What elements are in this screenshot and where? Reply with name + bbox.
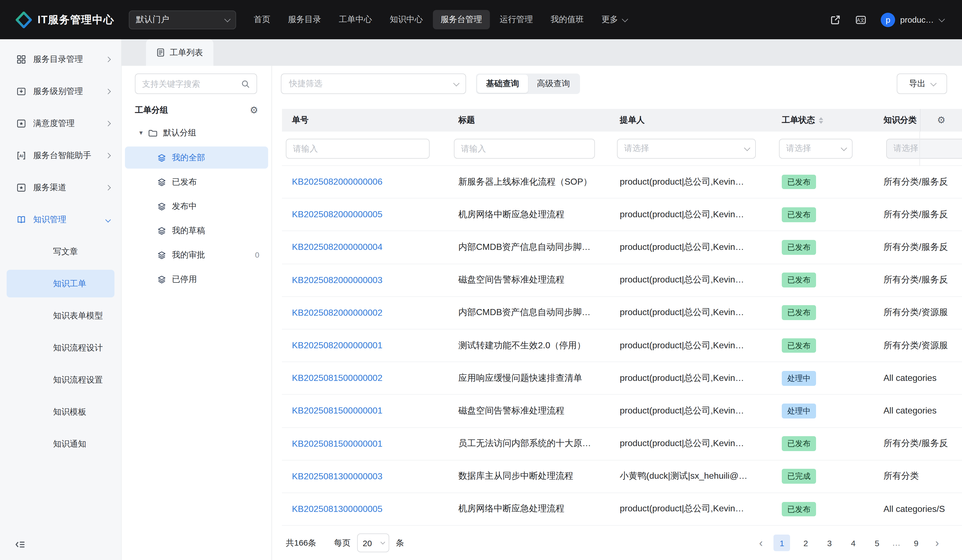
prev-page-icon[interactable]: ‹	[755, 537, 767, 549]
sidebar-subitem-知识通知[interactable]: 知识通知	[6, 430, 115, 458]
tree-item-已发布[interactable]: 已发布	[125, 171, 268, 193]
ticket-id-link[interactable]: KB2025081500000002	[282, 373, 442, 383]
page-number-4[interactable]: 4	[845, 534, 862, 551]
pager: ‹ 12345...9 ›	[755, 534, 943, 551]
svg-text:A文: A文	[857, 17, 865, 23]
status-badge: 已发布	[782, 338, 816, 353]
chevron-right-icon	[105, 153, 111, 158]
layers-icon	[157, 153, 166, 162]
sort-icon[interactable]	[819, 117, 823, 124]
tree-item-我的草稿[interactable]: 我的草稿	[125, 219, 268, 242]
filter-cell: 请选择	[604, 139, 766, 158]
user-menu[interactable]: p produc…	[881, 13, 943, 27]
page-number-1[interactable]: 1	[774, 534, 790, 551]
tree-item-发布中[interactable]: 发布中	[125, 195, 268, 217]
tree-item-label: 我的草稿	[172, 225, 205, 236]
tree-root-default-group[interactable]: ▾ 默认分组	[122, 126, 271, 140]
chevron-right-icon	[105, 89, 111, 94]
nav-item-首页[interactable]: 首页	[246, 10, 278, 29]
submitter-cell: product(product|总公司,Kevin…	[604, 372, 766, 384]
ticket-id-link[interactable]: KB2025082000000003	[282, 275, 442, 285]
tree-item-我的审批[interactable]: 我的审批0	[125, 244, 268, 266]
translate-icon[interactable]: A文	[855, 14, 866, 25]
basic-query-button[interactable]: 基础查询	[477, 75, 528, 93]
column-filter-select[interactable]: 请选择	[779, 139, 852, 158]
star-box-icon	[16, 183, 26, 192]
status-cell: 已发布	[766, 207, 867, 222]
quick-filter-select[interactable]: 快捷筛选	[281, 74, 466, 94]
sidebar-item-服务级别管理[interactable]: 服务级别管理	[0, 77, 121, 105]
sidebar-subitem-知识表单模型[interactable]: 知识表单模型	[6, 302, 115, 329]
sidebar-item-服务目录管理[interactable]: 服务目录管理	[0, 45, 121, 73]
nav-item-知识中心[interactable]: 知识中心	[382, 10, 431, 29]
nav-item-运行管理[interactable]: 运行管理	[492, 10, 541, 29]
column-title: 知识分类	[883, 115, 917, 126]
ticket-id-link[interactable]: KB2025082000000005	[282, 210, 442, 220]
next-page-icon[interactable]: ›	[931, 537, 943, 549]
top-nav-menu: 首页服务目录工单中心知识中心服务台管理运行管理我的值班更多	[245, 10, 635, 29]
group-search-input[interactable]	[142, 79, 241, 89]
search-icon[interactable]	[241, 79, 250, 88]
sidebar-subitem-知识工单[interactable]: 知识工单	[6, 270, 115, 297]
status-cell: 已发布	[766, 502, 867, 516]
per-page-suffix: 条	[396, 537, 404, 548]
advanced-query-button[interactable]: 高级查询	[528, 75, 579, 93]
table-row: KB2025082000000006新服务器上线标准化流程（SOP）produc…	[282, 166, 962, 199]
sidebar-item-知识管理[interactable]: 知识管理	[0, 206, 121, 233]
total-count: 共166条	[286, 537, 316, 548]
filter-text-input[interactable]	[293, 144, 422, 153]
sidebar-item-服务台智能助手[interactable]: AI服务台智能助手	[0, 142, 121, 169]
sidebar-subitem-写文章[interactable]: 写文章	[6, 238, 115, 265]
export-button[interactable]: 导出	[897, 74, 947, 94]
tree-item-已停用[interactable]: 已停用	[125, 268, 268, 290]
page-number-3[interactable]: 3	[821, 534, 838, 551]
filter-text-input[interactable]	[461, 144, 588, 153]
ticket-id-link[interactable]: KB2025081300000005	[282, 504, 442, 514]
nav-item-服务台管理[interactable]: 服务台管理	[433, 10, 490, 29]
nav-item-我的值班[interactable]: 我的值班	[543, 10, 592, 29]
gear-icon[interactable]: ⚙	[937, 116, 946, 125]
sidebar-item-服务渠道[interactable]: 服务渠道	[0, 174, 121, 201]
nav-item-工单中心[interactable]: 工单中心	[331, 10, 380, 29]
tab-ticket-list[interactable]: 工单列表	[146, 39, 213, 66]
nav-item-更多[interactable]: 更多	[594, 10, 634, 29]
chevron-right-icon	[105, 185, 111, 190]
category-cell: 所有分类/服务反	[867, 274, 962, 286]
external-link-icon[interactable]	[830, 14, 841, 25]
collapse-sidebar-icon[interactable]	[15, 539, 26, 550]
tree-item-我的全部[interactable]: 我的全部	[125, 147, 268, 169]
ticket-id-link[interactable]: KB2025082000000001	[282, 341, 442, 350]
sidebar-item-满意度管理[interactable]: 满意度管理	[0, 110, 121, 137]
column-filter-select[interactable]: 请选择	[617, 139, 756, 158]
ticket-id-link[interactable]: KB2025081300000003	[282, 471, 442, 481]
page-number-2[interactable]: 2	[797, 534, 814, 551]
page-number-5[interactable]: 5	[869, 534, 885, 551]
page-ellipsis[interactable]: ...	[893, 539, 901, 547]
chevron-down-icon	[105, 217, 111, 222]
portal-select[interactable]: 默认门户	[129, 10, 236, 29]
table-row: KB2025081500000001员工无法访问内部系统的十大原…product…	[282, 428, 962, 460]
app-title: IT服务管理中心	[37, 13, 115, 27]
chevron-down-icon	[454, 80, 460, 86]
column-filter-select[interactable]: 请选择	[886, 139, 962, 158]
ticket-id-link[interactable]: KB2025082000000004	[282, 242, 442, 252]
gear-icon[interactable]: ⚙	[250, 106, 258, 115]
column-title: 提单人	[620, 115, 645, 126]
nav-item-服务目录[interactable]: 服务目录	[280, 10, 329, 29]
page-number-9[interactable]: 9	[908, 534, 925, 551]
group-header: 工单分组 ⚙	[135, 105, 258, 116]
category-cell: 所有分类/服务反	[867, 176, 962, 188]
category-cell: 所有分类/服务反	[867, 209, 962, 221]
column-settings-cell: ⚙	[920, 109, 962, 132]
sidebar-subitem-知识流程设计[interactable]: 知识流程设计	[6, 334, 115, 361]
submitter-cell: product(product|总公司,Kevin…	[604, 176, 766, 188]
ticket-id-link[interactable]: KB2025082000000006	[282, 177, 442, 187]
ticket-id-link[interactable]: KB2025081500000001	[282, 406, 442, 416]
ticket-id-link[interactable]: KB2025082000000002	[282, 308, 442, 318]
layers-icon	[157, 274, 166, 284]
ticket-id-link[interactable]: KB2025081500000001	[282, 439, 442, 449]
sidebar-subitem-知识模板[interactable]: 知识模板	[6, 398, 115, 426]
caret-down-icon[interactable]: ▾	[139, 129, 143, 137]
page-size-select[interactable]: 20	[357, 533, 389, 552]
sidebar-subitem-知识流程设置[interactable]: 知识流程设置	[6, 366, 115, 394]
